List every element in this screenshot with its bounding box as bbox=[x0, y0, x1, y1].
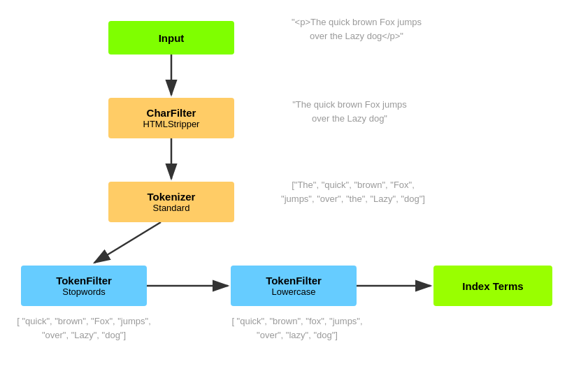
index-terms-label: Index Terms bbox=[462, 280, 523, 292]
charfilter-annotation: "The quick brown Fox jumps over the Lazy… bbox=[259, 98, 440, 125]
index-terms-box: Index Terms bbox=[433, 266, 552, 306]
tokenizer-annotation: ["The", "quick", "brown", "Fox", "jumps"… bbox=[259, 178, 447, 205]
tokenfilter-stopwords-sublabel: Stopwords bbox=[62, 286, 105, 297]
tokenizer-sublabel: Standard bbox=[153, 203, 190, 213]
diagram: Input CharFilter HTMLStripper Tokenizer … bbox=[0, 0, 581, 392]
tokenfilter-lowercase-label: TokenFilter bbox=[266, 275, 322, 286]
svg-line-4 bbox=[94, 222, 161, 263]
input-label: Input bbox=[159, 32, 185, 44]
input-box: Input bbox=[108, 21, 234, 55]
tokenfilter-lowercase-box: TokenFilter Lowercase bbox=[231, 266, 357, 306]
charfilter-box: CharFilter HTMLStripper bbox=[108, 98, 234, 138]
tokenizer-box: Tokenizer Standard bbox=[108, 182, 234, 222]
tokenfilter-stopwords-box: TokenFilter Stopwords bbox=[21, 266, 147, 306]
tokenfilter-lowercase-sublabel: Lowercase bbox=[272, 286, 316, 297]
lowercase-annotation: [ "quick", "brown", "fox", "jumps", "ove… bbox=[213, 314, 381, 342]
input-annotation: "<p>The quick brown Fox jumps over the L… bbox=[259, 15, 454, 43]
stopwords-annotation: [ "quick", "brown", "Fox", "jumps", "ove… bbox=[7, 314, 161, 342]
tokenfilter-stopwords-label: TokenFilter bbox=[56, 275, 112, 286]
charfilter-label: CharFilter bbox=[147, 107, 196, 119]
charfilter-sublabel: HTMLStripper bbox=[143, 119, 200, 129]
tokenizer-label: Tokenizer bbox=[148, 191, 196, 203]
